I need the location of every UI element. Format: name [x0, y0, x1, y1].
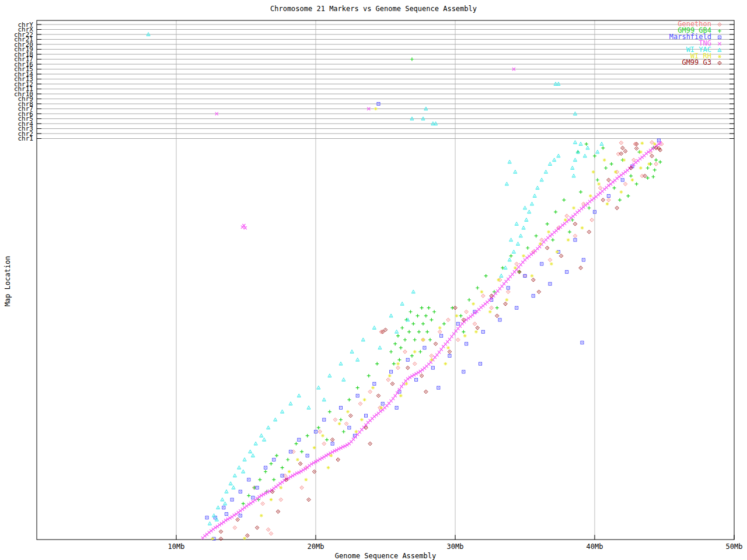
chart-canvas: Chromosome 21 Markers vs Genome Sequence…	[0, 0, 747, 560]
y-axis-chr-label: chr1	[2, 135, 33, 142]
series-wi_rh	[211, 107, 656, 541]
x-axis-tick-label: 50Mb	[720, 543, 747, 550]
x-axis-tick-label: 30Mb	[441, 543, 469, 550]
legend-marker-icon	[715, 28, 724, 34]
x-axis-tick-label: 10Mb	[162, 543, 190, 550]
gridlines	[37, 20, 734, 540]
x-axis-tick-label: 40Mb	[581, 543, 609, 550]
series-wi_yac	[146, 33, 603, 525]
series-gb4	[242, 58, 662, 506]
plot-frame	[37, 20, 734, 540]
legend-label: GM99 G3	[682, 60, 711, 66]
legend-marker-icon	[715, 54, 724, 60]
plot-area	[0, 0, 747, 560]
legend-marker-icon	[715, 34, 724, 40]
series-g3	[219, 142, 662, 541]
legend-marker-icon	[715, 22, 724, 27]
series-marshfield	[205, 103, 660, 541]
legend-item: Marshfield	[669, 34, 724, 40]
legend: GenethonGM99 GB4MarshfieldTNGWI YACWI RH…	[669, 21, 724, 66]
legend-marker-icon	[715, 60, 724, 66]
legend-marker-icon	[715, 47, 724, 53]
legend-item: GM99 G3	[669, 60, 724, 66]
legend-marker-icon	[715, 41, 724, 47]
x-axis-tick-label: 20Mb	[302, 543, 330, 550]
